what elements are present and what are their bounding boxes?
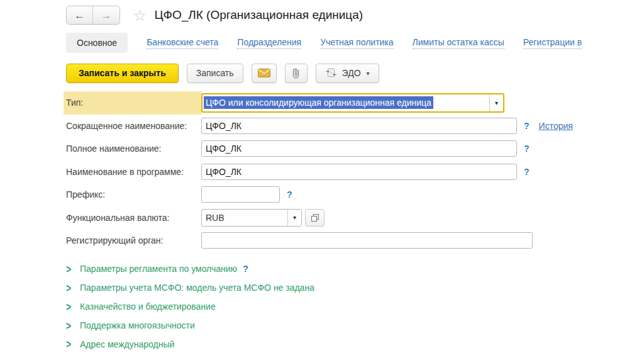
toolbar: Записать и закрыть Записать — [66, 63, 644, 83]
attachments-button[interactable] — [285, 64, 308, 83]
currency-dropdown-button[interactable]: ▾ — [287, 210, 301, 226]
tab-main[interactable]: Основное — [66, 33, 128, 53]
registrar-label: Регистрирующий орган: — [66, 229, 201, 252]
program-name-row: Наименование в программе: ? — [66, 161, 644, 184]
section-treasury-budgeting[interactable]: > Казначейство и бюджетирование — [66, 297, 644, 316]
chevron-down-icon: ▾ — [293, 214, 296, 221]
section-label: Параметры учета МСФО: модель учета МСФО … — [80, 283, 314, 293]
prefix-row: Префикс: ? — [66, 183, 644, 206]
edo-label: ЭДО — [342, 68, 361, 78]
type-row: Тип: ЦФО или консолидирующая организацио… — [66, 91, 644, 115]
page-title: ЦФО_ЛК (Организационная единица) — [154, 8, 363, 22]
short-name-row: Сокращенное наименование: ? История — [66, 115, 644, 138]
chevron-right-icon: > — [66, 337, 80, 351]
type-value: ЦФО или консолидирующая организационная … — [203, 94, 489, 111]
section-label: Казначейство и бюджетирование — [80, 301, 216, 312]
mail-button[interactable] — [252, 64, 277, 83]
nav-history-group: ← → — [66, 6, 120, 25]
save-button[interactable]: Записать — [187, 64, 243, 83]
program-name-help-icon[interactable]: ? — [524, 167, 530, 177]
prefix-input[interactable] — [201, 186, 280, 203]
tab-bank-accounts[interactable]: Банковские счета — [147, 37, 218, 49]
tab-departments[interactable]: Подразделения — [237, 37, 301, 49]
short-name-label: Сокращенное наименование: — [66, 115, 201, 138]
full-name-row: Полное наименование: ? — [66, 137, 644, 161]
favorite-star-icon[interactable]: ☆ — [133, 8, 147, 23]
edo-menu-button[interactable]: ЭДО ▾ — [316, 64, 379, 83]
chevron-right-icon: > — [66, 262, 80, 275]
form-header: ← → ☆ ЦФО_ЛК (Организационная единица) — [66, 5, 644, 25]
section-label: Параметры регламента по умолчанию — [80, 264, 237, 274]
forward-button[interactable]: → — [93, 6, 119, 24]
edo-exchange-icon — [325, 68, 337, 78]
short-name-help-icon[interactable]: ? — [524, 121, 530, 131]
back-arrow-icon: ← — [74, 10, 85, 21]
chevron-right-icon: > — [66, 281, 80, 294]
collapsible-sections: > Параметры регламента по умолчанию ? > … — [66, 259, 644, 354]
open-in-list-icon — [311, 213, 319, 222]
section-international-address[interactable]: > Адрес международный — [66, 335, 644, 354]
program-name-input[interactable] — [201, 164, 517, 180]
paperclip-icon — [291, 67, 301, 79]
prefix-help-icon[interactable]: ? — [287, 189, 292, 200]
tab-registrations[interactable]: Регистрации в — [523, 37, 582, 49]
forward-arrow-icon: → — [101, 10, 112, 21]
full-name-label: Полное наименование: — [66, 137, 201, 161]
type-label: Тип: — [64, 91, 201, 115]
registrar-row: Регистрирующий орган: — [66, 229, 644, 252]
section-help-icon[interactable]: ? — [243, 264, 248, 274]
program-name-label: Наименование в программе: — [66, 161, 201, 184]
section-default-regulations[interactable]: > Параметры регламента по умолчанию ? — [66, 259, 644, 278]
prefix-label: Префикс: — [66, 183, 201, 206]
back-button[interactable]: ← — [67, 6, 93, 24]
edo-dropdown-icon: ▾ — [367, 70, 370, 77]
chevron-right-icon: > — [66, 300, 80, 313]
tab-accounting-policy[interactable]: Учетная политика — [320, 37, 393, 49]
type-dropdown-button[interactable]: ▾ — [489, 94, 503, 111]
section-label: Адрес международный — [80, 339, 174, 349]
currency-combobox[interactable]: RUB ▾ — [201, 209, 302, 227]
currency-row: Функциональная валюта: RUB ▾ — [66, 206, 644, 230]
currency-value: RUB — [202, 210, 287, 226]
tab-cash-limits[interactable]: Лимиты остатка кассы — [413, 37, 504, 49]
full-name-help-icon[interactable]: ? — [524, 144, 530, 154]
short-name-input[interactable] — [201, 118, 517, 134]
envelope-icon — [258, 69, 270, 77]
save-and-close-button[interactable]: Записать и закрыть — [66, 64, 179, 83]
type-combobox[interactable]: ЦФО или консолидирующая организационная … — [201, 93, 504, 113]
tab-bar: Основное Банковские счета Подразделения … — [66, 33, 644, 53]
organizational-unit-form: ← → ☆ ЦФО_ЛК (Организационная единица) О… — [0, 0, 644, 355]
section-multilanguage-support[interactable]: > Поддержка многоязычности — [66, 316, 644, 335]
chevron-down-icon: ▾ — [495, 99, 498, 106]
type-selected-text: ЦФО или консолидирующая организационная … — [204, 96, 433, 109]
full-name-input[interactable] — [201, 140, 517, 157]
main-form: Тип: ЦФО или консолидирующая организацио… — [66, 91, 644, 252]
chevron-right-icon: > — [66, 318, 80, 332]
currency-label: Функциональная валюта: — [66, 206, 201, 230]
currency-open-button[interactable] — [305, 209, 325, 227]
registrar-input[interactable] — [201, 232, 533, 249]
section-label: Поддержка многоязычности — [80, 320, 195, 330]
history-link[interactable]: История — [539, 121, 573, 131]
section-msfo-accounting[interactable]: > Параметры учета МСФО: модель учета МСФ… — [66, 278, 644, 297]
